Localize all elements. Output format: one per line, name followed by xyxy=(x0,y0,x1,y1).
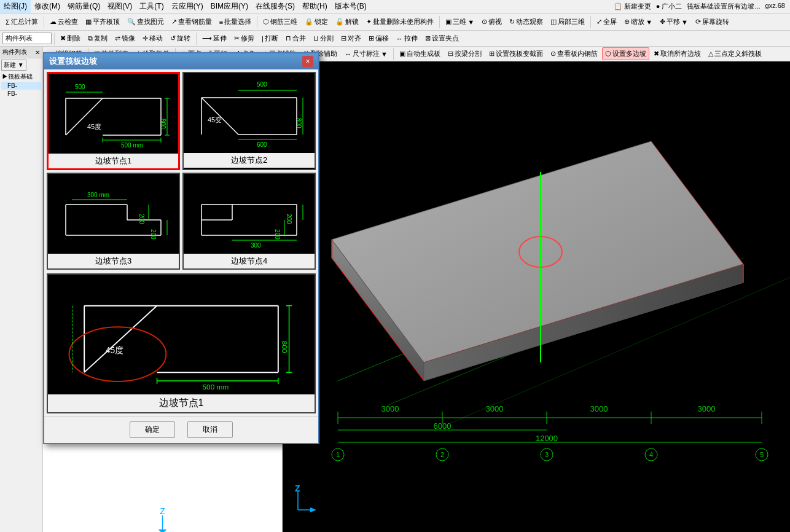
toolbar2-input[interactable]: 构件列表 xyxy=(2,33,52,44)
tb-view-inner-rebar[interactable]: ⊙ 查看板内钢筋 xyxy=(547,47,601,60)
tb2-move[interactable]: ✛ 移动 xyxy=(139,32,166,45)
tb-rotate[interactable]: ⟳ 屏幕旋转 xyxy=(692,15,732,28)
title-bar-text: 筏板基础设置所有边坡... xyxy=(687,2,760,11)
node-label-1: 边坡节点1 xyxy=(49,154,178,168)
tb2-trim[interactable]: ✂ 修剪 xyxy=(231,32,257,45)
tb-dim[interactable]: ↔ 尺寸标注 ▼ xyxy=(342,47,391,60)
tb-dynamic[interactable]: ↻ 动态观察 xyxy=(506,15,546,28)
node-preview: 45度 500 mm 800 边坡节点1 xyxy=(47,273,316,413)
tb-fullscreen[interactable]: ⤢ 全屏 xyxy=(593,15,620,28)
tb2-rotate[interactable]: ↺ 旋转 xyxy=(167,32,194,45)
tb-lock[interactable]: 🔒 锁定 xyxy=(302,15,331,28)
svg-text:1: 1 xyxy=(336,451,340,458)
node-card-2[interactable]: 45变 500 600 800 边坡节点2 xyxy=(182,72,316,170)
tb-zoom[interactable]: ⊕ 缩放 ▼ xyxy=(621,15,655,28)
tb-three-point-slope[interactable]: △ 三点定义斜筏板 xyxy=(705,47,765,60)
svg-text:3000: 3000 xyxy=(381,404,399,413)
tree-item-fb1[interactable]: FB- xyxy=(1,82,41,90)
tb-split-beam[interactable]: ⊟ 按梁分割 xyxy=(445,47,485,60)
menu-item-tools[interactable]: 工具(T) xyxy=(136,0,167,13)
node-card-4[interactable]: 300 200 200 边坡节点4 xyxy=(182,173,316,270)
node-card-1[interactable]: 45度 500 mm 800 500 边坡节点1 xyxy=(47,72,180,170)
tb-batch-del[interactable]: ✦ 批量删除未使用构件 xyxy=(363,15,437,28)
tb2-grip[interactable]: ⊠ 设置夹点 xyxy=(422,32,462,45)
panel-header: 构件列表 xyxy=(2,48,27,57)
svg-text:2: 2 xyxy=(440,451,444,458)
menu-item-view[interactable]: 视图(V) xyxy=(104,0,136,13)
svg-text:3000: 3000 xyxy=(486,404,504,413)
tb-set-multi-slope[interactable]: ⬡ 设置多边坡 xyxy=(602,47,649,60)
tb2-copy[interactable]: ⧉ 复制 xyxy=(85,32,111,45)
svg-text:45变: 45变 xyxy=(208,116,222,123)
tb-auto-slab[interactable]: ▣ 自动生成板 xyxy=(396,47,444,60)
tb-view-rebar[interactable]: ↗ 查看钢筋量 xyxy=(168,15,215,28)
node-canvas-2: 45变 500 600 800 xyxy=(184,73,315,153)
tb2-align[interactable]: ⊟ 对齐 xyxy=(338,32,364,45)
modal-close-button[interactable]: × xyxy=(302,56,313,67)
svg-text:45度: 45度 xyxy=(106,346,123,355)
svg-text:500: 500 xyxy=(75,84,85,90)
svg-text:800: 800 xyxy=(280,341,289,353)
tb-batch[interactable]: ≡ 批量选择 xyxy=(216,15,254,28)
svg-text:12000: 12000 xyxy=(536,434,558,443)
tb-top-view[interactable]: ⊙ 俯视 xyxy=(479,15,505,28)
cad-viewport: 3000 3000 3000 3000 6000 12000 1 2 3 4 5… xyxy=(276,61,790,532)
svg-text:300: 300 xyxy=(251,242,261,249)
svg-text:6000: 6000 xyxy=(434,421,452,431)
svg-text:4: 4 xyxy=(649,451,653,458)
node-canvas-1: 45度 500 mm 800 500 xyxy=(49,74,178,154)
tb2-split[interactable]: ⊔ 分割 xyxy=(310,32,337,45)
svg-text:500 mm: 500 mm xyxy=(121,142,143,149)
file-name: gxz.68 xyxy=(765,2,785,11)
tb2-delete[interactable]: ✖ 删除 xyxy=(57,32,84,45)
tb-pan[interactable]: ✥ 平移 ▼ xyxy=(657,15,691,28)
menu-item-help[interactable]: 帮助(H) xyxy=(299,0,331,13)
svg-text:200: 200 xyxy=(286,214,292,224)
svg-marker-111 xyxy=(158,530,167,532)
node-card-3[interactable]: 300 mm 200 200 边坡节点3 xyxy=(47,173,180,270)
menu-item-cloud[interactable]: 云应用(Y) xyxy=(168,0,207,13)
tb2-stretch[interactable]: ↔ 拉伸 xyxy=(393,32,421,45)
tb-3d-rebar[interactable]: ⬡ 钢筋三维 xyxy=(260,15,300,28)
svg-text:Z: Z xyxy=(160,506,165,516)
node-preview-canvas: 45度 500 mm 800 xyxy=(48,275,315,394)
new-change-btn[interactable]: 📋 新建变更 xyxy=(614,2,651,11)
menu-item-draw[interactable]: 绘图(J) xyxy=(0,0,31,13)
tb-3d[interactable]: ▣ 三维 ▼ xyxy=(442,15,477,28)
node-canvas-3: 300 mm 200 200 xyxy=(48,174,179,254)
tb-sum[interactable]: Σ 汇总计算 xyxy=(2,15,41,28)
panel-close[interactable]: ✕ xyxy=(35,49,40,56)
menu-item-bim[interactable]: BIM应用(Y) xyxy=(207,0,252,13)
new-button[interactable]: 新建 ▼ xyxy=(1,60,26,71)
tb-set-section[interactable]: ⊞ 设置筏板变截面 xyxy=(486,47,546,60)
confirm-button[interactable]: 确定 xyxy=(130,421,175,438)
tb-align-top[interactable]: ▦ 平齐板顶 xyxy=(82,15,123,28)
modal-title-text: 设置筏板边坡 xyxy=(49,56,97,67)
tb2-merge[interactable]: ⊓ 合并 xyxy=(283,32,309,45)
tb-cloud[interactable]: ☁ 云检查 xyxy=(47,15,81,28)
node-label-4: 边坡节点4 xyxy=(184,254,315,268)
modal-title-bar[interactable]: 设置筏板边坡 × xyxy=(44,53,318,69)
cancel-button[interactable]: 取消 xyxy=(187,421,233,438)
svg-text:800: 800 xyxy=(160,119,166,129)
tb2-offset[interactable]: ⊞ 偏移 xyxy=(366,32,392,45)
menu-item-version[interactable]: 版本号(B) xyxy=(331,0,370,13)
tree-item-fb2[interactable]: FB- xyxy=(1,90,41,98)
menu-item-rebar[interactable]: 钢筋量(Q) xyxy=(64,0,104,13)
tb-cancel-slope[interactable]: ✖ 取消所有边坡 xyxy=(651,47,704,60)
modal-body: 45度 500 mm 800 500 边坡节点1 xyxy=(44,69,318,416)
svg-text:200: 200 xyxy=(150,229,157,240)
tb2-mirror[interactable]: ⇌ 镜像 xyxy=(112,32,138,45)
svg-text:500 mm: 500 mm xyxy=(203,383,229,391)
tb2-break[interactable]: | 打断 xyxy=(259,32,281,45)
tb-local-3d[interactable]: ◫ 局部三维 xyxy=(547,15,588,28)
menu-item-modify[interactable]: 修改(M) xyxy=(31,0,64,13)
svg-text:500: 500 xyxy=(257,81,267,88)
tree-item-raft[interactable]: ▶筏板基础 xyxy=(1,72,41,82)
menu-item-online[interactable]: 在线服务(S) xyxy=(252,0,299,13)
tb2-extend[interactable]: ⟶ 延伸 xyxy=(199,32,230,45)
tb-find[interactable]: 🔍 查找图元 xyxy=(124,15,167,28)
tb-unlock[interactable]: 🔓 解锁 xyxy=(332,15,362,28)
svg-text:800: 800 xyxy=(295,118,302,128)
svg-text:200: 200 xyxy=(138,214,145,224)
